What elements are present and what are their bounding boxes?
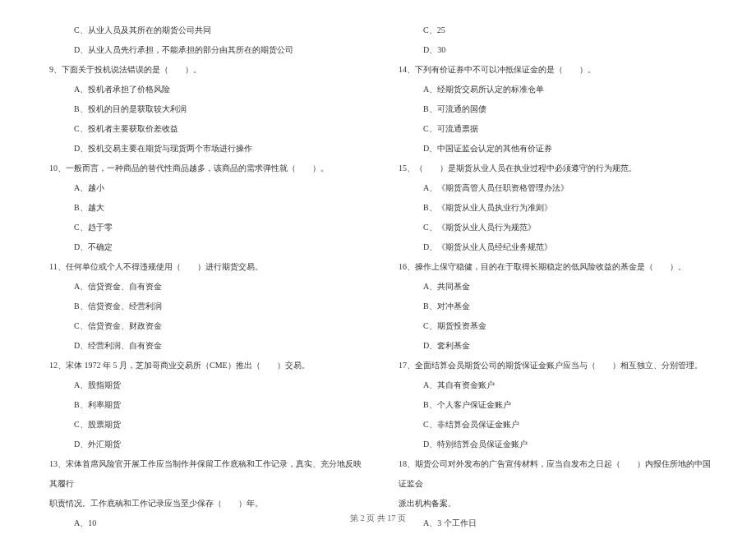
question-14: 14、下列有价证券中不可以冲抵保证金的是（ ）。 [390, 60, 715, 80]
option: B、信贷资金、经营利润 [41, 297, 366, 316]
question-17: 17、全面结算会员期货公司的期货保证金账户应当与（ ）相互独立、分别管理。 [390, 356, 715, 375]
option: C、投机者主要获取价差收益 [41, 119, 366, 139]
option: C、可流通票据 [390, 119, 715, 139]
page-columns: C、从业人员及其所在的期货公司共同 D、从业人员先行承担，不能承担的部分由其所在… [41, 21, 715, 505]
question-18: 18、期货公司对外发布的广告宣传材料，应当自发布之日起（ ）内报住所地的中国证监… [390, 454, 715, 494]
question-18-cont: 派出机构备案。 [390, 494, 715, 513]
option: C、股票期货 [41, 415, 366, 435]
option: D、外汇期货 [41, 435, 366, 454]
option: B、对冲基金 [390, 297, 715, 316]
left-column: C、从业人员及其所在的期货公司共同 D、从业人员先行承担，不能承担的部分由其所在… [41, 21, 366, 505]
option: D、30 [390, 40, 715, 60]
option: B、《期货从业人员执业行为准则》 [390, 198, 715, 218]
option: A、投机者承担了价格风险 [41, 80, 366, 99]
question-16: 16、操作上保守稳健，目的在于取得长期稳定的低风险收益的基金是（ ）。 [390, 257, 715, 277]
option: D、经营利润、自有资金 [41, 336, 366, 356]
question-10: 10、一般而言，一种商品的替代性商品越多，该商品的需求弹性就（ ）。 [41, 159, 366, 178]
option: D、特别结算会员保证金账户 [390, 435, 715, 454]
right-column: C、25 D、30 14、下列有价证券中不可以冲抵保证金的是（ ）。 A、经期货… [390, 21, 715, 505]
option: C、非结算会员保证金账户 [390, 415, 715, 435]
question-9: 9、下面关于投机说法错误的是（ ）。 [41, 60, 366, 80]
option: B、个人客户保证金账户 [390, 395, 715, 415]
option: C、从业人员及其所在的期货公司共同 [41, 21, 366, 40]
option: D、不确定 [41, 237, 366, 257]
option: D、套利基金 [390, 336, 715, 356]
option: C、25 [390, 21, 715, 40]
question-11: 11、任何单位或个人不得违规使用（ ）进行期货交易。 [41, 257, 366, 277]
option: A、股指期货 [41, 375, 366, 395]
option: A、经期货交易所认定的标准仓单 [390, 80, 715, 99]
option: B、利率期货 [41, 395, 366, 415]
option: C、期货投资基金 [390, 316, 715, 336]
question-12: 12、宋体 1972 年 5 月，芝加哥商业交易所（CME）推出（ ）交易。 [41, 356, 366, 375]
option: D、从业人员先行承担，不能承担的部分由其所在的期货公司 [41, 40, 366, 60]
option: A、信贷资金、自有资金 [41, 277, 366, 297]
option: A、越小 [41, 178, 366, 198]
question-15: 15、（ ）是期货从业人员在执业过程中必须遵守的行为规范。 [390, 159, 715, 178]
page-footer: 第 2 页 共 17 页 [0, 513, 756, 524]
option: D、中国证监会认定的其他有价证券 [390, 139, 715, 159]
option: B、投机的目的是获取较大利润 [41, 99, 366, 119]
option: D、《期货从业人员经纪业务规范》 [390, 237, 715, 257]
option: C、《期货从业人员行为规范》 [390, 218, 715, 237]
option: A、《期货高管人员任职资格管理办法》 [390, 178, 715, 198]
question-13-cont: 职责情况。工作底稿和工作记录应当至少保存（ ）年。 [41, 494, 366, 513]
option: B、可流通的国债 [390, 99, 715, 119]
option: C、趋于零 [41, 218, 366, 237]
question-13: 13、宋体首席风险官开展工作应当制作并保留工作底稿和工作记录，真实、充分地反映其… [41, 454, 366, 494]
option: D、投机交易主要在期货与现货两个市场进行操作 [41, 139, 366, 159]
option: A、共同基金 [390, 277, 715, 297]
option: B、越大 [41, 198, 366, 218]
option: C、信贷资金、财政资金 [41, 316, 366, 336]
option: A、其自有资金账户 [390, 375, 715, 395]
